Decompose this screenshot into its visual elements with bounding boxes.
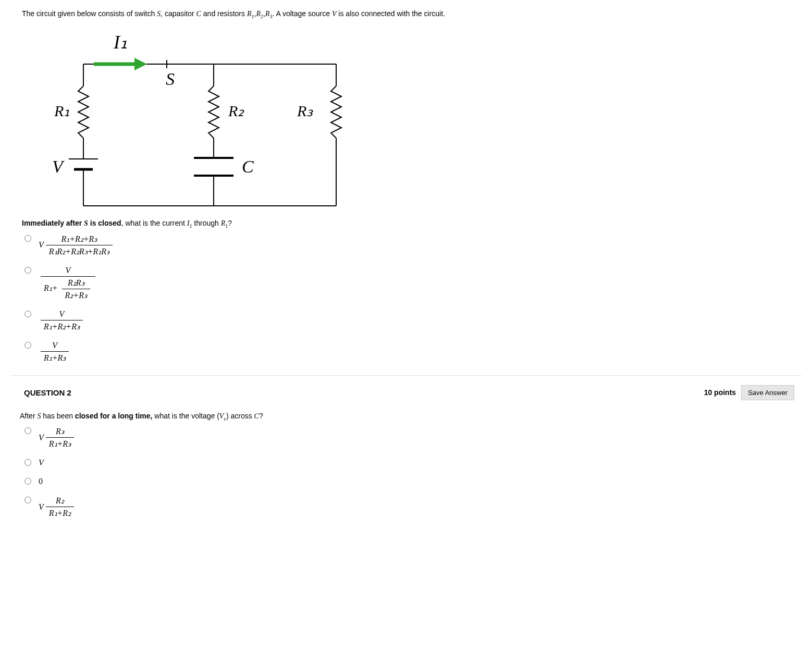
circuit-diagram: I₁ S R₁ R₂ R₃ V C [26, 23, 802, 213]
q2-option-a: V R₃ R₁+R₃ [22, 426, 802, 449]
q2-options: V R₃ R₁+R₃ V 0 V R₂ R₁+R₂ [22, 426, 802, 518]
label-R2: R₂ [228, 102, 244, 119]
q2-radio-c[interactable] [24, 478, 31, 485]
q1-radio-b[interactable] [24, 267, 31, 274]
q2-option-d: V R₂ R₁+R₂ [22, 496, 802, 518]
q1-radio-c[interactable] [24, 311, 31, 317]
label-I1: I₁ [113, 32, 127, 53]
q1-option-d: V R₁+R₃ [22, 341, 802, 363]
q1-option-a: V R₁+R₂+R₃ R₁R₂+R₂R₃+R₁R₃ [22, 234, 802, 256]
q2-radio-b[interactable] [24, 459, 31, 466]
label-C: C [242, 157, 254, 176]
q2-header: QUESTION 2 10 points Save Answer [10, 382, 802, 409]
label-V: V [52, 157, 65, 176]
q2-radio-d[interactable] [24, 497, 31, 503]
q2-prompt: After S has been closed for a long time,… [20, 412, 802, 422]
q1-radio-a[interactable] [24, 235, 31, 242]
q1-options: V R₁+R₂+R₃ R₁R₂+R₂R₃+R₁R₃ V R₁+ R₂R₃ R₂+… [22, 234, 802, 363]
q1-option-c: V R₁+R₂+R₃ [22, 310, 802, 331]
q1-prompt: Immediately after S is closed, what is t… [22, 219, 802, 229]
q2-option-c: 0 [22, 477, 802, 486]
q2-points: 10 points [704, 388, 736, 397]
save-answer-button[interactable]: Save Answer [741, 385, 794, 400]
q1-radio-d[interactable] [24, 342, 31, 349]
divider [10, 375, 802, 376]
q1-option-b: V R₁+ R₂R₃ R₂+R₃ [22, 266, 802, 300]
label-S: S [166, 69, 175, 89]
q2-option-b: V [22, 458, 802, 467]
q2-radio-a[interactable] [24, 427, 31, 434]
label-R3: R₃ [297, 102, 313, 119]
q2-title: QUESTION 2 [24, 388, 71, 397]
label-R1: R₁ [54, 102, 70, 119]
svg-marker-6 [134, 58, 147, 70]
intro-text: The circuit given below consists of swit… [22, 9, 802, 19]
